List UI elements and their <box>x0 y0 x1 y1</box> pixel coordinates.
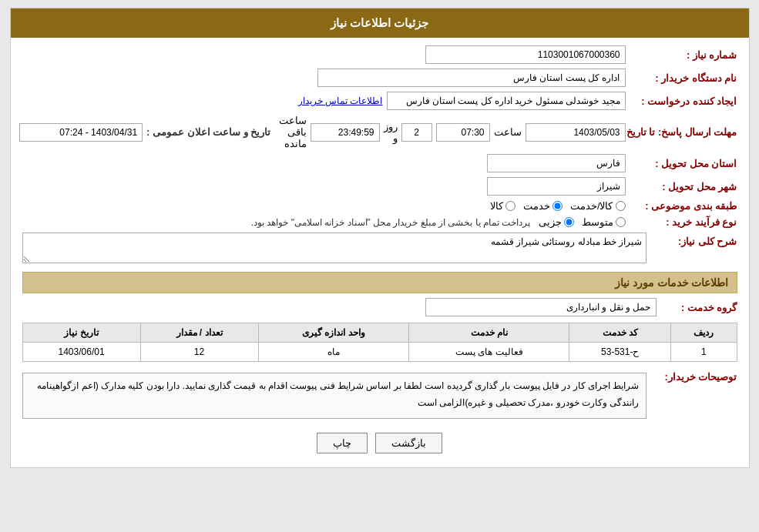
services-table: ردیف کد خدمت نام خدمت واحد اندازه گیری ت… <box>22 323 737 362</box>
deadline-row: مهلت ارسال پاسخ: تا تاریخ: ساعت روز و سا… <box>22 115 737 149</box>
col-header-service-code: کد خدمت <box>569 323 671 343</box>
purchase-type-row: نوع فرآیند خرید : متوسط جزیی پرداخت تمام… <box>22 216 737 228</box>
creator-label: ایجاد کننده درخواست : <box>630 95 737 107</box>
category-option-khedmat[interactable]: خدمت <box>523 200 563 212</box>
table-row: 1 ح-531-53 فعالیت های پست ماه 12 1403/06… <box>22 343 737 362</box>
col-header-unit: واحد اندازه گیری <box>258 323 409 343</box>
deadline-time-input[interactable] <box>436 123 490 142</box>
cell-date: 1403/06/01 <box>22 343 140 362</box>
services-section-header: اطلاعات خدمات مورد نیاز <box>22 272 737 293</box>
time-label: ساعت <box>494 126 522 138</box>
creator-input[interactable] <box>387 92 626 110</box>
province-label: استان محل تحویل : <box>630 158 737 169</box>
public-date-label: تاریخ و ساعت اعلان عمومی : <box>146 126 270 138</box>
order-number-row: شماره نیاز : document.currentScript.prev… <box>22 45 737 64</box>
days-label: روز و <box>384 121 398 144</box>
needs-textarea[interactable]: شیراز خط مبادله روستائی شیراز قشمه <box>22 233 646 263</box>
province-input[interactable] <box>487 154 626 172</box>
buyer-label: نام دستگاه خریدار : <box>630 72 737 84</box>
needs-container: شیراز خط مبادله روستائی شیراز قشمه <box>22 233 646 266</box>
category-option-kala-khedmat[interactable]: کالا/خدمت <box>570 200 626 212</box>
city-label: شهر محل تحویل : <box>630 181 737 192</box>
notes-label: توصیحات خریدار: <box>653 368 737 383</box>
remaining-label: ساعت باقی مانده <box>279 115 307 149</box>
creator-row: ایجاد کننده درخواست : اطلاعات تماس خریدا… <box>22 92 737 110</box>
purchase-type-label: نوع فرآیند خرید : <box>630 216 737 228</box>
page-header: جزئیات اطلاعات نیاز <box>11 8 749 38</box>
col-header-row-num: ردیف <box>671 323 737 343</box>
purchase-type-radio-motavasset[interactable] <box>616 217 626 227</box>
service-group-label: گروه خدمت : <box>660 302 737 313</box>
print-button[interactable]: چاپ <box>317 433 368 453</box>
table-header-row: ردیف کد خدمت نام خدمت واحد اندازه گیری ت… <box>22 323 737 343</box>
category-radio-kala[interactable] <box>505 201 516 211</box>
needs-row: شرح کلی نیاز: شیراز خط مبادله روستائی شی… <box>22 233 737 266</box>
notes-text: شرایط اجرای کار در فایل پیوست بار گذاری … <box>37 380 639 408</box>
purchase-type-radio-jozi[interactable] <box>564 217 574 227</box>
services-table-section: ردیف کد خدمت نام خدمت واحد اندازه گیری ت… <box>22 323 737 362</box>
content-area: شماره نیاز : document.currentScript.prev… <box>11 38 749 467</box>
buyer-input[interactable] <box>317 69 626 87</box>
cell-unit: ماه <box>258 343 409 362</box>
category-row: طبقه بندی موضوعی : کالا/خدمت خدمت کالا <box>22 200 737 212</box>
cell-row-num: 1 <box>671 343 737 362</box>
days-input[interactable] <box>401 123 432 142</box>
notes-container: شرایط اجرای کار در فایل پیوست بار گذاری … <box>22 368 646 423</box>
remaining-time-input[interactable] <box>311 123 380 142</box>
category-radio-group: کالا/خدمت خدمت کالا <box>490 200 626 212</box>
deadline-date-input[interactable] <box>526 123 626 142</box>
needs-label: شرح کلی نیاز: <box>653 233 737 247</box>
cell-count: 12 <box>140 343 258 362</box>
notes-row: توصیحات خریدار: شرایط اجرای کار در فایل … <box>22 368 737 423</box>
page-container: جزئیات اطلاعات نیاز شماره نیاز : documen… <box>10 8 750 468</box>
cell-service-name: فعالیت های پست <box>409 343 569 362</box>
creator-contact-link[interactable]: اطلاعات تماس خریدار <box>298 95 383 106</box>
order-number-label: شماره نیاز : <box>630 49 737 61</box>
action-buttons: بازگشت چاپ <box>22 433 737 453</box>
purchase-type-option-jozi[interactable]: جزیی <box>539 216 574 228</box>
category-label: طبقه بندی موضوعی : <box>630 200 737 212</box>
deadline-label: مهلت ارسال پاسخ: تا تاریخ: <box>630 126 737 138</box>
back-button[interactable]: بازگشت <box>375 433 442 453</box>
city-input[interactable] <box>487 177 626 196</box>
cell-service-code: ح-531-53 <box>569 343 671 362</box>
category-radio-khedmat[interactable] <box>552 201 563 211</box>
city-row: شهر محل تحویل : <box>22 177 737 196</box>
buyer-row: نام دستگاه خریدار : <box>22 69 737 87</box>
order-number-input[interactable] <box>425 45 626 64</box>
notes-box: شرایط اجرای کار در فایل پیوست بار گذاری … <box>22 373 646 419</box>
purchase-description: پرداخت تمام یا بخشی از مبلغ خریدار محل "… <box>251 217 531 228</box>
purchase-type-radio-group: متوسط جزیی <box>539 216 626 228</box>
service-group-input[interactable] <box>425 298 657 316</box>
col-header-count: تعداد / مقدار <box>140 323 258 343</box>
page-title: جزئیات اطلاعات نیاز <box>331 16 428 29</box>
province-row: استان محل تحویل : <box>22 154 737 172</box>
category-option-kala[interactable]: کالا <box>490 200 516 212</box>
service-group-row: گروه خدمت : <box>22 298 737 316</box>
col-header-service-name: نام خدمت <box>409 323 569 343</box>
public-date-input[interactable] <box>19 123 143 142</box>
category-radio-kala-khedmat[interactable] <box>616 201 626 211</box>
purchase-type-option-motavasset[interactable]: متوسط <box>582 216 626 228</box>
col-header-date: تاریخ نیاز <box>22 323 140 343</box>
